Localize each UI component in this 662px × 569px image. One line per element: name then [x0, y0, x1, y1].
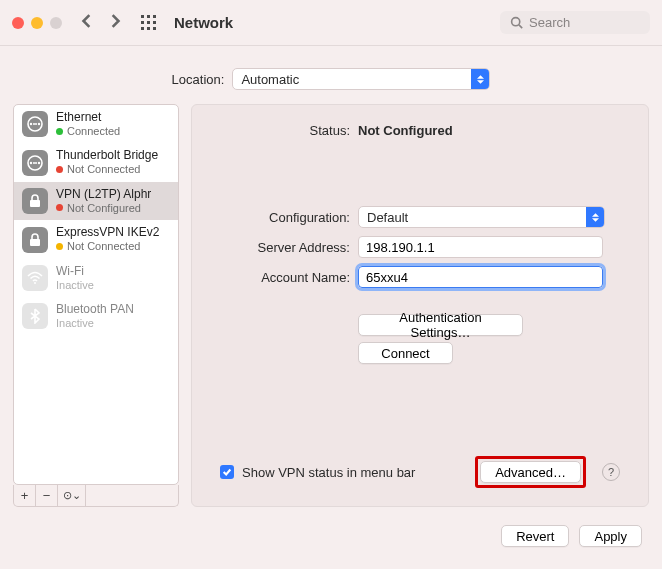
close-window-button[interactable]	[12, 17, 24, 29]
main-panel: Status: Not Configured Configuration: De…	[191, 104, 649, 507]
bluetooth-icon	[22, 303, 48, 329]
configuration-select[interactable]: Default	[358, 206, 605, 228]
server-address-input[interactable]	[358, 236, 603, 258]
svg-point-12	[38, 123, 40, 125]
svg-rect-2	[153, 15, 156, 18]
interface-status: Not Connected	[56, 240, 159, 253]
chevron-updown-icon	[586, 207, 604, 227]
remove-interface-button[interactable]: −	[36, 485, 58, 506]
advanced-button[interactable]: Advanced…	[480, 461, 581, 483]
svg-point-19	[34, 282, 36, 284]
lock-icon	[22, 188, 48, 214]
interface-name: Thunderbolt Bridge	[56, 149, 158, 163]
interface-status: Not Connected	[56, 163, 158, 176]
account-name-input[interactable]	[358, 266, 603, 288]
configuration-label: Configuration:	[220, 210, 350, 225]
show-vpn-status-checkbox[interactable]	[220, 465, 234, 479]
show-vpn-status-label: Show VPN status in menu bar	[242, 465, 467, 480]
window-title: Network	[174, 14, 500, 31]
interface-status: Inactive	[56, 317, 134, 330]
svg-point-14	[30, 161, 32, 163]
status-dot	[56, 204, 63, 211]
back-button[interactable]	[80, 14, 94, 31]
sidebar-item-bluetooth-pan[interactable]: Bluetooth PANInactive	[14, 297, 178, 335]
interface-name: Bluetooth PAN	[56, 303, 134, 317]
interface-name: Wi-Fi	[56, 265, 94, 279]
svg-rect-6	[141, 27, 144, 30]
interface-list: EthernetConnectedThunderbolt BridgeNot C…	[13, 104, 179, 485]
status-value: Not Configured	[358, 123, 620, 138]
search-icon	[510, 16, 523, 29]
sidebar-footer: + − ⊙⌄	[13, 485, 179, 507]
status-label: Status:	[220, 123, 350, 138]
traffic-lights	[12, 17, 62, 29]
svg-rect-4	[147, 21, 150, 24]
status-dot	[56, 243, 63, 250]
svg-point-15	[38, 161, 40, 163]
svg-point-11	[30, 123, 32, 125]
add-interface-button[interactable]: +	[14, 485, 36, 506]
svg-point-9	[512, 18, 520, 26]
account-name-label: Account Name:	[220, 270, 350, 285]
svg-rect-3	[141, 21, 144, 24]
location-label: Location:	[172, 72, 225, 87]
sidebar-item-expressvpn-ikev2[interactable]: ExpressVPN IKEv2Not Connected	[14, 220, 178, 258]
ethernet-icon	[22, 150, 48, 176]
svg-rect-1	[147, 15, 150, 18]
location-value: Automatic	[241, 72, 299, 87]
interface-options-button[interactable]: ⊙⌄	[58, 485, 86, 506]
svg-rect-17	[30, 200, 40, 207]
apply-button[interactable]: Apply	[579, 525, 642, 547]
forward-button[interactable]	[108, 14, 122, 31]
interface-status: Not Configured	[56, 202, 151, 215]
svg-rect-7	[147, 27, 150, 30]
interface-sidebar: EthernetConnectedThunderbolt BridgeNot C…	[13, 104, 179, 507]
location-select[interactable]: Automatic	[232, 68, 490, 90]
zoom-window-button[interactable]	[50, 17, 62, 29]
minimize-window-button[interactable]	[31, 17, 43, 29]
wifi-icon	[22, 265, 48, 291]
svg-line-10	[519, 25, 522, 28]
sidebar-item-wi-fi[interactable]: Wi-FiInactive	[14, 259, 178, 297]
search-placeholder: Search	[529, 15, 570, 30]
configuration-value: Default	[367, 210, 408, 225]
sidebar-item-vpn-l2tp-alphr[interactable]: VPN (L2TP) AlphrNot Configured	[14, 182, 178, 220]
ethernet-icon	[22, 111, 48, 137]
interface-status: Inactive	[56, 279, 94, 292]
interface-name: ExpressVPN IKEv2	[56, 226, 159, 240]
title-bar: Network Search	[0, 0, 662, 46]
show-all-icon[interactable]	[140, 14, 158, 32]
status-dot	[56, 166, 63, 173]
help-button[interactable]: ?	[602, 463, 620, 481]
sidebar-item-ethernet[interactable]: EthernetConnected	[14, 105, 178, 143]
authentication-settings-button[interactable]: Authentication Settings…	[358, 314, 523, 336]
interface-name: Ethernet	[56, 111, 120, 125]
svg-rect-0	[141, 15, 144, 18]
interface-name: VPN (L2TP) Alphr	[56, 188, 151, 202]
server-address-label: Server Address:	[220, 240, 350, 255]
lock-icon	[22, 227, 48, 253]
search-input[interactable]: Search	[500, 11, 650, 34]
connect-button[interactable]: Connect	[358, 342, 453, 364]
revert-button[interactable]: Revert	[501, 525, 569, 547]
sidebar-item-thunderbolt-bridge[interactable]: Thunderbolt BridgeNot Connected	[14, 143, 178, 181]
advanced-highlight: Advanced…	[475, 456, 586, 488]
svg-rect-5	[153, 21, 156, 24]
status-dot	[56, 128, 63, 135]
interface-status: Connected	[56, 125, 120, 138]
chevron-updown-icon	[471, 69, 489, 89]
svg-rect-18	[30, 239, 40, 246]
svg-rect-8	[153, 27, 156, 30]
